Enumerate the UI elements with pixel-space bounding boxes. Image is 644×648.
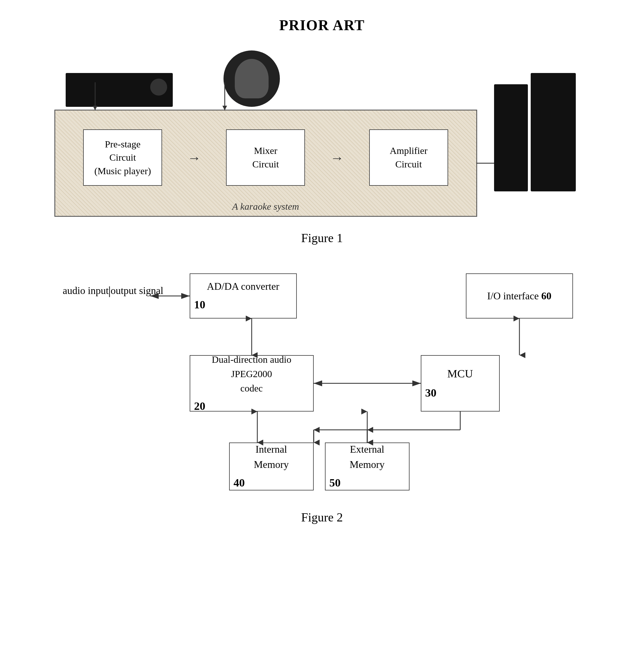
fig1-blocks-row: Pre-stage Circuit (Music player) → Mixer… [55,110,476,216]
page-title: PRIOR ART [0,0,644,34]
arrow-prestage-mixer: → [187,150,201,165]
microphone-image [223,50,280,107]
vertical-bar [109,286,110,297]
speakers-image [494,73,590,192]
figure2-diagram: audio inputoutput signal AD/DA converter… [54,268,590,547]
figure1-diagram: Pre-stage Circuit (Music player) → Mixer… [54,50,590,245]
audio-label: audio inputoutput signal [63,285,163,297]
music-player-arrow [95,82,96,110]
prestage-block: Pre-stage Circuit (Music player) [83,129,162,186]
mixer-block: Mixer Circuit [226,129,305,186]
codec-block: Dual-direction audio JPEG2000codec 20 [190,355,314,412]
arrow-mixer-amplifier: → [330,150,344,165]
io-block: I/O interface 60 [466,273,573,319]
internal-memory-block: InternalMemory 40 [229,442,314,490]
karaoke-system-box: Pre-stage Circuit (Music player) → Mixer… [54,110,477,217]
internal-num: 40 [234,474,245,491]
adda-num: 10 [194,296,206,313]
figure1-caption: Figure 1 [54,231,590,245]
amplifier-block: Amplifier Circuit [369,129,448,186]
codec-num: 20 [194,398,206,415]
microphone-arrow [224,82,225,110]
fig2-container: audio inputoutput signal AD/DA converter… [54,268,590,499]
adda-block: AD/DA converter 10 [190,273,297,319]
music-player-image [66,73,173,107]
figure2-caption: Figure 2 [54,510,590,547]
speaker-right [531,73,576,192]
external-memory-block: ExternalMemory 50 [325,442,410,490]
speaker-left [494,84,528,192]
system-label: A karaoke system [232,201,299,212]
mcu-num: 30 [425,384,437,401]
external-num: 50 [329,474,341,491]
mcu-block: MCU 30 [421,355,500,412]
